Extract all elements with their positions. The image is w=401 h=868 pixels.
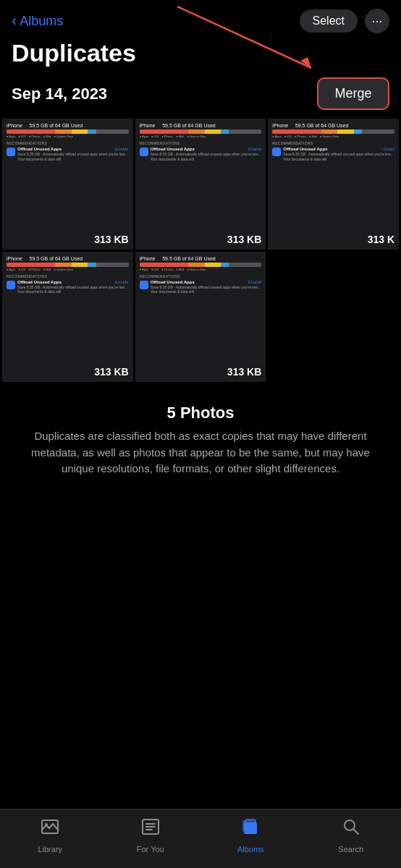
size-label-3: 313 K	[272, 234, 394, 245]
nav-right: Select ···	[300, 9, 389, 33]
more-button[interactable]: ···	[365, 9, 389, 33]
photo-cell-3[interactable]: iPhone 59.5 GB of 64 GB Used ● Apps● iOS…	[268, 119, 399, 250]
tab-for-you[interactable]: For You	[129, 817, 172, 854]
photo-cell-6	[268, 252, 399, 383]
select-button[interactable]: Select	[300, 9, 358, 33]
tab-search[interactable]: Search	[329, 817, 373, 854]
chevron-left-icon: ‹	[12, 13, 17, 29]
size-label-5: 313 KB	[140, 366, 262, 378]
photos-count: 5 Photos	[17, 404, 384, 422]
tab-albums-label: Albums	[237, 845, 264, 854]
phone-label-1: iPhone 59.5 GB of 64 GB Used	[7, 123, 129, 128]
size-label-2: 313 KB	[140, 234, 262, 245]
photos-description: Duplicates are classified both as exact …	[17, 428, 384, 477]
svg-line-9	[353, 830, 358, 835]
date-merge-row: Sep 14, 2023 Merge	[0, 72, 401, 119]
size-label-4: 313 KB	[7, 366, 129, 378]
offload-icon-2	[140, 148, 148, 156]
offload-icon-3	[272, 148, 281, 156]
photo-cell-5[interactable]: iPhone 59.5 GB of 64 GB Used ● Apps● iOS…	[135, 252, 266, 383]
library-icon	[40, 817, 60, 842]
search-icon	[341, 817, 361, 842]
more-icon: ···	[371, 14, 382, 29]
info-section: 5 Photos Duplicates are classified both …	[0, 382, 401, 489]
date-label: Sep 14, 2023	[12, 85, 107, 103]
photo-cell-1[interactable]: iPhone 59.5 GB of 64 GB Used ● Apps● iOS…	[2, 119, 133, 250]
page-title: Duplicates	[0, 38, 401, 72]
tab-library[interactable]: Library	[28, 817, 72, 854]
offload-icon-5	[140, 281, 148, 289]
svg-point-3	[45, 823, 48, 826]
offload-icon-1	[7, 148, 15, 156]
tab-albums[interactable]: Albums	[229, 817, 272, 854]
tab-library-label: Library	[38, 845, 62, 854]
back-label: Albums	[20, 14, 63, 29]
top-nav: ‹ Albums Select ···	[0, 0, 401, 38]
photo-cell-2[interactable]: iPhone 59.5 GB of 64 GB Used ● Apps● iOS…	[135, 119, 266, 250]
back-button[interactable]: ‹ Albums	[12, 13, 63, 29]
tab-search-label: Search	[338, 845, 363, 854]
size-label-1: 313 KB	[7, 234, 129, 245]
photo-cell-4[interactable]: iPhone 59.5 GB of 64 GB Used ● Apps● iOS…	[2, 252, 133, 383]
albums-icon	[240, 817, 261, 842]
for-you-icon	[140, 817, 161, 842]
tab-bar: Library For You Albums Search	[0, 809, 401, 868]
tab-for-you-label: For You	[137, 845, 164, 854]
photo-grid: iPhone 59.5 GB of 64 GB Used ● Apps● iOS…	[0, 119, 401, 382]
merge-button[interactable]: Merge	[317, 77, 389, 110]
offload-icon-4	[7, 281, 15, 289]
